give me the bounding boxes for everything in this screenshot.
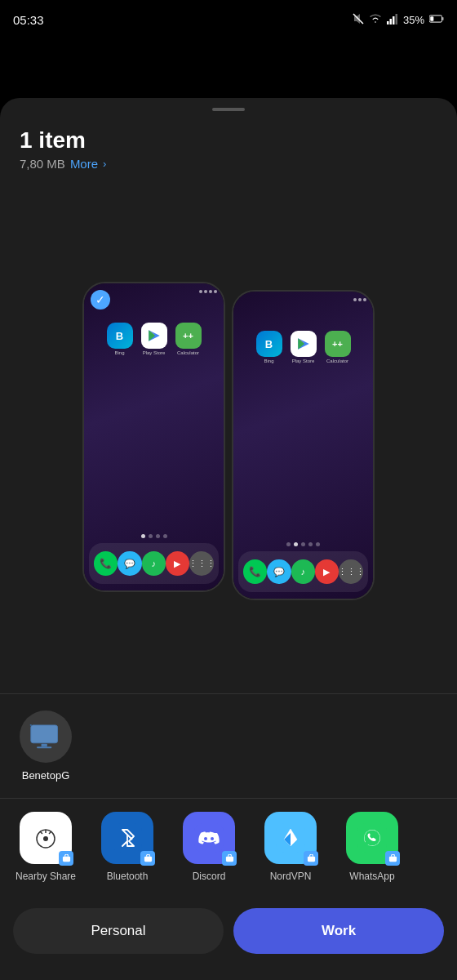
- signal-icon: [387, 13, 398, 27]
- svg-rect-17: [62, 856, 69, 861]
- app-item-whatsapp[interactable]: WhatsApp: [339, 812, 405, 882]
- svg-point-22: [204, 837, 207, 840]
- share-title: 1 item: [20, 127, 437, 154]
- mute-icon: [353, 13, 364, 27]
- status-time: 05:33: [13, 13, 44, 27]
- bottom-buttons: Personal Work: [0, 895, 457, 980]
- bluetooth-icon-bg: [101, 812, 153, 864]
- svg-rect-7: [430, 16, 433, 21]
- app-item-discord[interactable]: Discord: [176, 812, 242, 882]
- svg-rect-2: [389, 19, 392, 24]
- preview-dots-1: [84, 534, 224, 538]
- battery-text: 35%: [403, 14, 424, 26]
- preview-checkmark: ✓: [91, 290, 110, 310]
- svg-rect-8: [31, 724, 58, 742]
- share-panel: 1 item 7,80 MB More › ✓: [0, 98, 457, 980]
- whatsapp-icon-bg: [346, 812, 398, 864]
- nearby-share-label: Nearby Share: [16, 871, 76, 882]
- work-button[interactable]: Work: [233, 908, 444, 954]
- svg-rect-6: [442, 16, 444, 20]
- whatsapp-work-badge: [385, 851, 400, 866]
- bluetooth-label: Bluetooth: [107, 871, 149, 882]
- device-avatar: [20, 710, 72, 763]
- preview-dock-1: 📞 💬 ♪ ▶ ⋮⋮⋮: [89, 543, 219, 584]
- device-item-benetopg[interactable]: BenetopG: [20, 710, 72, 782]
- nordvpn-work-badge: [304, 851, 318, 866]
- nearby-share-work-badge: [59, 851, 73, 866]
- discord-label: Discord: [193, 871, 226, 882]
- svg-rect-10: [37, 746, 51, 748]
- svg-rect-29: [388, 856, 396, 861]
- bluetooth-work-badge: [140, 851, 155, 866]
- phone-preview-2[interactable]: B Bing: [232, 290, 375, 600]
- discord-work-badge: [222, 851, 237, 866]
- nearby-share-icon: [20, 812, 72, 864]
- device-name: BenetopG: [22, 769, 70, 782]
- share-subtitle: 7,80 MB More ›: [20, 157, 437, 171]
- svg-rect-1: [387, 21, 389, 24]
- svg-rect-4: [395, 14, 397, 24]
- nordvpn-label: NordVPN: [270, 871, 312, 882]
- preview-dock-2: 📞 💬 ♪ ▶ ⋮⋮⋮: [238, 551, 368, 592]
- svg-rect-9: [42, 743, 47, 746]
- app-item-bluetooth[interactable]: Bluetooth: [95, 812, 160, 882]
- svg-rect-3: [393, 16, 395, 24]
- apps-section: Nearby Share Bluetooth: [0, 799, 457, 895]
- svg-rect-24: [225, 856, 233, 861]
- status-icons: 35%: [353, 13, 444, 27]
- svg-point-13: [43, 836, 48, 841]
- devices-section: BenetopG: [0, 694, 457, 798]
- personal-button[interactable]: Personal: [13, 908, 224, 954]
- share-header: 1 item 7,80 MB More ›: [0, 111, 457, 180]
- app-item-nordvpn[interactable]: NordVPN: [258, 812, 323, 882]
- wifi-icon: [369, 13, 382, 27]
- svg-rect-26: [307, 856, 314, 861]
- battery-icon: [429, 14, 444, 26]
- share-more-arrow: ›: [103, 158, 106, 170]
- app-item-nearby-share[interactable]: Nearby Share: [13, 812, 78, 882]
- preview-dots-2: [233, 542, 373, 546]
- discord-icon-bg: [183, 812, 235, 864]
- whatsapp-label: WhatsApp: [349, 871, 394, 882]
- preview-status-2: [233, 292, 373, 308]
- svg-rect-20: [144, 856, 151, 861]
- phone-preview-1[interactable]: ✓ B Bing: [82, 282, 225, 592]
- nordvpn-icon-bg: [264, 812, 317, 864]
- share-more-button[interactable]: More: [70, 157, 98, 171]
- preview-area: ✓ B Bing: [0, 180, 457, 693]
- svg-rect-11: [30, 724, 32, 726]
- share-size: 7,80 MB: [20, 157, 65, 171]
- svg-point-23: [211, 837, 214, 840]
- status-bar: 05:33 35%: [0, 0, 457, 39]
